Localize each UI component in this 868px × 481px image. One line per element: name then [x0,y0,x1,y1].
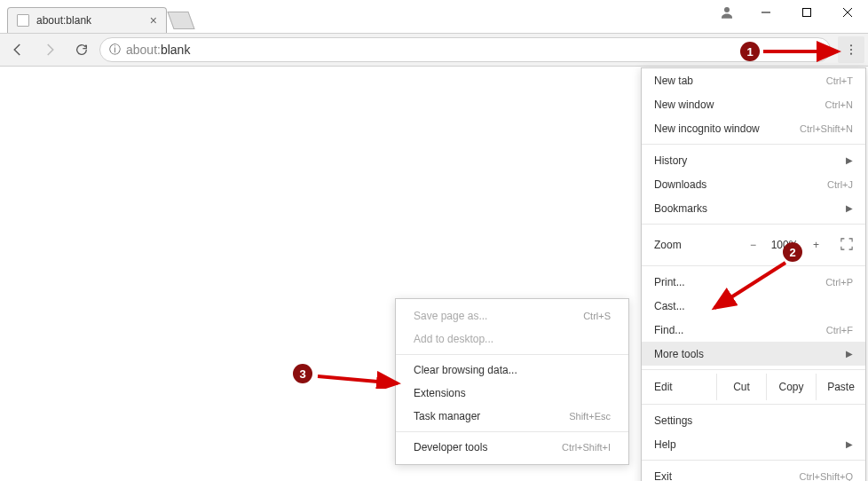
menu-separator [642,404,865,405]
close-button[interactable] [827,0,868,25]
site-info-icon[interactable]: ⓘ [109,42,121,58]
new-tab-button[interactable] [167,12,194,29]
menu-separator [642,265,865,266]
back-button[interactable] [4,36,32,63]
tab-title: about:blank [36,14,143,27]
page-icon [17,14,29,27]
menu-separator [642,224,865,225]
minimize-button[interactable] [746,0,786,25]
address-bar[interactable]: ⓘ about:blank [99,37,831,62]
menu-new-window[interactable]: New window Ctrl+N [642,92,865,116]
close-tab-icon[interactable]: × [150,13,157,28]
tab-bar: about:blank × [7,7,192,33]
submenu-extensions[interactable]: Extensions [396,382,628,405]
menu-incognito[interactable]: New incognito window Ctrl+Shift+N [642,116,865,140]
submenu-task-manager[interactable]: Task manager Shift+Esc [396,405,628,428]
more-tools-submenu: Save page as... Ctrl+S Add to desktop...… [395,298,629,465]
toolbar: ⓘ about:blank [0,33,868,67]
menu-separator [642,144,865,145]
edit-copy-button[interactable]: Copy [766,374,816,400]
menu-separator [396,354,628,355]
browser-tab[interactable]: about:blank × [7,7,167,33]
menu-more-tools[interactable]: More tools ▶ [642,342,865,366]
chevron-right-icon: ▶ [846,439,853,449]
menu-settings[interactable]: Settings [642,408,865,432]
submenu-save-page[interactable]: Save page as... Ctrl+S [396,304,628,327]
svg-point-5 [850,44,852,46]
chevron-right-icon: ▶ [846,349,853,359]
menu-zoom: Zoom − 100% + [642,228,865,262]
main-menu-button[interactable] [838,36,864,63]
submenu-add-desktop[interactable]: Add to desktop... [396,327,628,351]
svg-point-6 [850,49,852,51]
menu-print[interactable]: Print... Ctrl+P [642,270,865,294]
menu-cast[interactable]: Cast... [642,294,865,318]
submenu-dev-tools[interactable]: Developer tools Ctrl+Shift+I [396,436,628,459]
annotation-badge-1: 1 [740,42,760,61]
menu-downloads[interactable]: Downloads Ctrl+J [642,172,865,196]
main-menu: New tab Ctrl+T New window Ctrl+N New inc… [641,67,866,481]
reload-button[interactable] [67,36,96,63]
menu-exit[interactable]: Exit Ctrl+Shift+Q [642,464,865,481]
menu-find[interactable]: Find... Ctrl+F [642,318,865,342]
annotation-badge-3: 3 [293,364,312,383]
menu-history[interactable]: History ▶ [642,148,865,172]
fullscreen-icon[interactable] [840,238,853,253]
url-text: about:blank [126,43,190,57]
maximize-button[interactable] [786,0,827,25]
menu-new-tab[interactable]: New tab Ctrl+T [642,68,865,92]
window-controls [708,0,868,25]
chevron-right-icon: ▶ [846,203,853,213]
edit-cut-button[interactable]: Cut [716,374,766,400]
zoom-in-button[interactable]: + [813,239,819,251]
zoom-out-button[interactable]: − [750,239,756,251]
user-icon[interactable] [708,0,746,25]
svg-point-7 [850,53,852,55]
submenu-clear-data[interactable]: Clear browsing data... [396,359,628,382]
edit-paste-button[interactable]: Paste [816,374,865,400]
menu-bookmarks[interactable]: Bookmarks ▶ [642,196,865,220]
menu-help[interactable]: Help ▶ [642,432,865,456]
annotation-badge-2: 2 [783,242,802,262]
menu-separator [396,431,628,432]
menu-separator [642,460,865,461]
menu-edit: Edit Cut Copy Paste [642,374,865,400]
forward-button[interactable] [36,36,64,63]
svg-rect-2 [803,9,811,17]
menu-separator [642,369,865,370]
chevron-right-icon: ▶ [846,155,853,165]
svg-point-0 [724,7,730,12]
